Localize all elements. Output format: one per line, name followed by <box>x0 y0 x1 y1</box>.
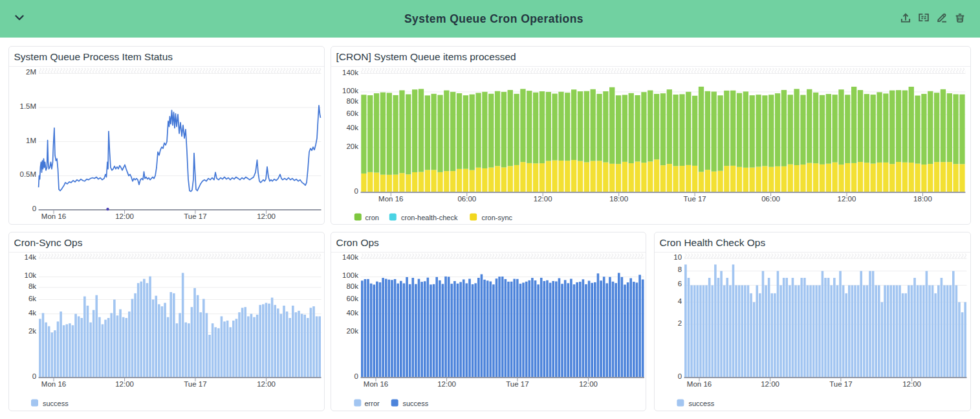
svg-text:12:00: 12:00 <box>579 380 598 388</box>
svg-text:10: 10 <box>673 253 682 261</box>
svg-text:140k: 140k <box>342 69 358 76</box>
svg-text:12:00: 12:00 <box>257 212 276 220</box>
svg-text:4: 4 <box>678 297 682 305</box>
svg-text:20k: 20k <box>346 142 358 150</box>
svg-text:cron-sync: cron-sync <box>481 214 512 221</box>
svg-text:18:00: 18:00 <box>609 195 628 203</box>
svg-text:0: 0 <box>678 372 682 380</box>
svg-text:12:00: 12:00 <box>115 380 134 388</box>
svg-text:Tue 17: Tue 17 <box>683 195 706 203</box>
svg-text:Mon 16: Mon 16 <box>687 380 712 388</box>
svg-text:Mon 16: Mon 16 <box>378 195 403 203</box>
svg-text:18:00: 18:00 <box>913 195 932 203</box>
svg-text:2k: 2k <box>28 327 36 335</box>
svg-text:0: 0 <box>354 187 358 195</box>
svg-text:6: 6 <box>678 280 682 288</box>
svg-text:60k: 60k <box>346 295 358 302</box>
svg-text:14k: 14k <box>25 253 37 261</box>
svg-text:2M: 2M <box>26 68 36 76</box>
svg-text:error: error <box>365 400 380 407</box>
svg-text:Mon 16: Mon 16 <box>41 212 66 220</box>
svg-text:12:00: 12:00 <box>257 380 276 388</box>
svg-text:100k: 100k <box>342 271 358 279</box>
svg-text:140k: 140k <box>342 253 358 261</box>
svg-text:12:00: 12:00 <box>115 212 134 220</box>
svg-text:Tue 17: Tue 17 <box>506 380 528 388</box>
svg-text:60k: 60k <box>346 109 358 117</box>
svg-text:10k: 10k <box>25 271 37 279</box>
svg-text:8k: 8k <box>28 282 36 290</box>
svg-text:1.5M: 1.5M <box>20 102 37 110</box>
svg-text:100k: 100k <box>342 87 358 95</box>
svg-text:12:00: 12:00 <box>838 195 856 203</box>
svg-text:20k: 20k <box>346 327 358 335</box>
svg-text:Tue 17: Tue 17 <box>829 380 852 388</box>
svg-text:0: 0 <box>354 372 358 380</box>
svg-text:2: 2 <box>678 319 682 327</box>
svg-text:0: 0 <box>32 205 36 212</box>
svg-text:Mon 16: Mon 16 <box>41 380 66 388</box>
svg-text:80k: 80k <box>346 97 358 105</box>
svg-text:cron-health-check: cron-health-check <box>401 214 458 221</box>
svg-text:6k: 6k <box>28 295 36 302</box>
svg-text:0: 0 <box>32 372 36 380</box>
svg-text:40k: 40k <box>346 309 358 317</box>
svg-text:success: success <box>688 400 714 407</box>
svg-text:12:00: 12:00 <box>534 195 552 203</box>
svg-text:40k: 40k <box>346 124 358 131</box>
svg-text:success: success <box>43 400 69 407</box>
svg-text:80k: 80k <box>346 282 358 290</box>
svg-text:Mon 16: Mon 16 <box>364 380 388 388</box>
svg-text:success: success <box>403 400 429 407</box>
svg-text:12:00: 12:00 <box>761 380 779 388</box>
svg-text:12:00: 12:00 <box>437 380 456 388</box>
svg-text:4k: 4k <box>28 309 36 317</box>
svg-text:06:00: 06:00 <box>761 195 780 203</box>
svg-text:06:00: 06:00 <box>457 195 476 203</box>
svg-text:Tue 17: Tue 17 <box>184 380 206 388</box>
svg-text:0.5M: 0.5M <box>20 170 37 178</box>
svg-text:8: 8 <box>678 266 682 273</box>
svg-text:12:00: 12:00 <box>902 380 921 388</box>
svg-text:Tue 17: Tue 17 <box>184 212 206 220</box>
svg-text:1M: 1M <box>26 137 36 144</box>
svg-text:cron: cron <box>365 214 379 221</box>
